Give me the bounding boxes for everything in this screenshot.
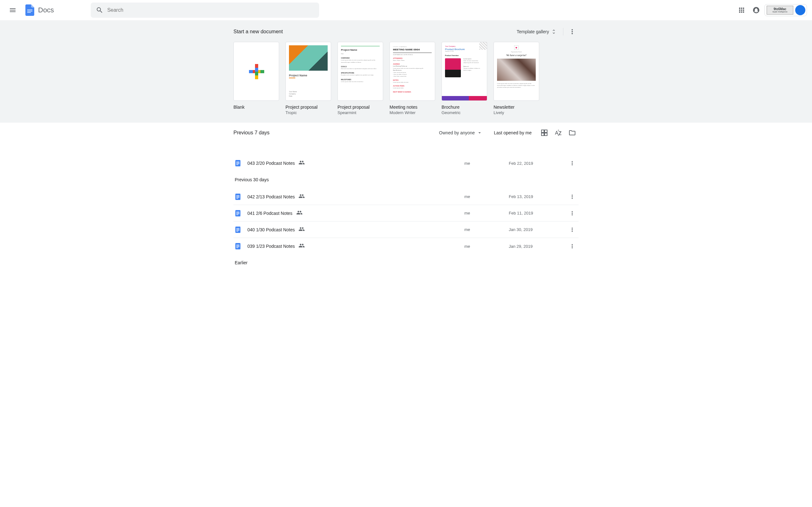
search-input[interactable]: [107, 7, 314, 13]
document-name: 039 1/23 Podcast Notes: [247, 244, 295, 249]
more-vert-icon: [569, 193, 575, 200]
app-header: Docs 9to5Mac Apple Intelligence: [0, 0, 812, 20]
search-bar[interactable]: [91, 3, 319, 18]
template-project-proposal-tropic[interactable]: Project Name Your NameCompanyDate Projec…: [286, 42, 331, 115]
template-thumb: Project Name Date OVERVIEW Lorem ipsum d…: [338, 42, 383, 101]
avatar: [795, 5, 805, 15]
document-more-button[interactable]: [566, 190, 578, 203]
plus-icon: [249, 64, 264, 79]
template-name: Meeting notes: [390, 105, 435, 110]
template-thumb: Your Company Product Brochure September …: [442, 42, 487, 101]
bell-icon: [752, 6, 760, 14]
doc-icon: [235, 243, 241, 249]
doc-icon: [235, 227, 241, 233]
hamburger-icon: [9, 6, 16, 14]
svg-rect-9: [255, 68, 258, 72]
document-name: 041 2/6 Podcast Notes: [247, 211, 293, 216]
svg-rect-0: [27, 9, 32, 10]
document-date: Feb 22, 2019: [509, 161, 566, 166]
main-menu-button[interactable]: [5, 3, 20, 18]
app-logo[interactable]: Docs: [24, 4, 54, 16]
doc-icon: [235, 160, 241, 166]
template-thumb-blank: [234, 42, 279, 101]
svg-rect-10: [255, 72, 258, 75]
svg-rect-7: [260, 70, 264, 73]
app-title: Docs: [38, 6, 54, 14]
document-row[interactable]: 042 2/13 Podcast NotesmeFeb 13, 2019: [234, 188, 578, 205]
template-thumb: ♥ Organization Name We have a surprise! …: [494, 42, 539, 101]
document-more-button[interactable]: [566, 207, 578, 220]
unfold-icon: [551, 29, 557, 35]
sort-label[interactable]: Last opened by me: [494, 130, 531, 135]
document-date: Jan 30, 2019: [509, 227, 566, 232]
document-date: Jan 29, 2019: [509, 244, 566, 249]
header-right: 9to5Mac Apple Intelligence: [735, 4, 807, 16]
more-vert-icon: [569, 210, 575, 216]
notifications-button[interactable]: [750, 4, 763, 16]
document-date: Feb 11, 2019: [509, 211, 566, 216]
apps-button[interactable]: [735, 4, 748, 16]
svg-rect-2: [27, 12, 31, 13]
document-owner: me: [464, 211, 509, 216]
document-more-button[interactable]: [566, 157, 578, 170]
template-sub: Spearmint: [338, 110, 383, 115]
grid-view-button[interactable]: [538, 126, 551, 139]
template-sub: Tropic: [286, 110, 331, 115]
template-gallery-label: Template gallery: [517, 29, 549, 34]
document-row[interactable]: 039 1/23 Podcast NotesmeJan 29, 2019: [234, 238, 578, 255]
apps-grid-icon: [738, 6, 745, 14]
document-owner: me: [464, 244, 509, 249]
template-gallery-button[interactable]: Template gallery: [513, 26, 560, 37]
section-label: Earlier: [234, 255, 578, 268]
template-sub: Modern Writer: [390, 110, 435, 115]
docs-icon: [24, 4, 36, 16]
more-vert-icon: [569, 160, 575, 166]
document-name: 040 1/30 Podcast Notes: [247, 227, 295, 232]
template-project-proposal-spearmint[interactable]: Project Name Date OVERVIEW Lorem ipsum d…: [338, 42, 383, 115]
file-picker-button[interactable]: [566, 126, 578, 139]
document-name: 042 2/13 Podcast Notes: [247, 194, 295, 199]
template-meeting-notes[interactable]: YOUR COMPANY MEETING NAME 09/04 04 SEPTE…: [390, 42, 435, 115]
templates-more-button[interactable]: [566, 25, 578, 38]
doc-icon: [235, 210, 241, 216]
brand-sub: Apple Intelligence: [772, 11, 787, 13]
document-owner: me: [464, 194, 509, 199]
shared-icon: [299, 226, 305, 233]
template-name: Brochure: [442, 105, 487, 110]
more-vert-icon: [569, 227, 575, 233]
template-blank[interactable]: Blank: [234, 42, 279, 115]
template-name: Project proposal: [338, 105, 383, 110]
sort-az-icon: [554, 129, 562, 136]
templates-title: Start a new document: [234, 29, 513, 35]
doc-icon: [235, 193, 241, 200]
template-brochure[interactable]: Your Company Product Brochure September …: [442, 42, 487, 115]
svg-rect-11: [255, 75, 258, 79]
document-more-button[interactable]: [566, 240, 578, 252]
template-thumb: Project Name Your NameCompanyDate: [286, 42, 331, 101]
shared-icon: [299, 193, 305, 201]
sort-options-button[interactable]: [552, 126, 565, 139]
template-name: Blank: [234, 105, 279, 110]
folder-icon: [568, 129, 576, 136]
grid-view-icon: [541, 129, 548, 136]
svg-rect-4: [249, 70, 253, 73]
owner-filter-dropdown[interactable]: Owned by anyone: [435, 127, 486, 138]
document-row[interactable]: 043 2/20 Podcast NotesmeFeb 22, 2019: [234, 155, 578, 171]
section-label: Previous 7 days: [234, 130, 435, 135]
separator: [563, 28, 563, 36]
documents-section: Previous 7 days Owned by anyone Last ope…: [222, 123, 590, 268]
template-newsletter[interactable]: ♥ Organization Name We have a surprise! …: [494, 42, 539, 115]
document-name: 043 2/20 Podcast Notes: [247, 161, 295, 166]
document-row[interactable]: 040 1/30 Podcast NotesmeJan 30, 2019: [234, 222, 578, 238]
document-more-button[interactable]: [566, 223, 578, 236]
template-name: Newsletter: [494, 105, 539, 110]
template-name: Project proposal: [286, 105, 331, 110]
account-switcher[interactable]: 9to5Mac Apple Intelligence: [764, 4, 807, 16]
svg-rect-8: [255, 64, 258, 68]
template-sub: Lively: [494, 110, 539, 115]
shared-icon: [299, 242, 305, 250]
document-row[interactable]: 041 2/6 Podcast NotesmeFeb 11, 2019: [234, 205, 578, 222]
templates-row: Blank Project Name Your NameCompanyDate …: [234, 42, 578, 115]
search-icon: [96, 6, 103, 14]
svg-rect-1: [27, 11, 32, 11]
